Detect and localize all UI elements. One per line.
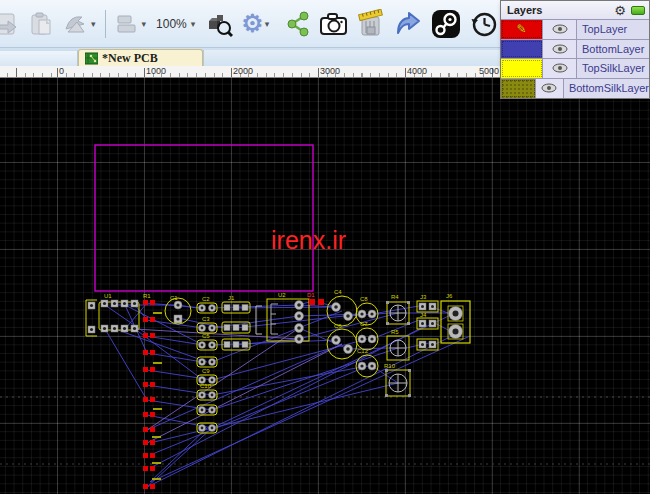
- export-icon[interactable]: [389, 7, 427, 41]
- layer-name: TopSilkLayer: [577, 59, 649, 78]
- layer-name: BottomSilkLayer: [564, 79, 649, 99]
- chevron-down-icon: ▾: [91, 19, 96, 29]
- component-d1[interactable]: [309, 299, 324, 305]
- refdes: R5: [391, 329, 399, 335]
- refdes: C4: [334, 289, 342, 295]
- layer-visibility-toggle[interactable]: [543, 40, 577, 59]
- layer-row-topsilklayer[interactable]: TopSilkLayer: [501, 59, 649, 79]
- layer-visibility-toggle[interactable]: [536, 79, 564, 99]
- ratsnest-lines: [105, 302, 470, 487]
- tabbar-lead: [0, 50, 78, 66]
- refdes: C7: [360, 321, 368, 327]
- refdes: R1: [143, 293, 151, 299]
- layers-settings-gear-icon[interactable]: ⚙: [614, 4, 626, 17]
- settings-gear-icon[interactable]: ⚙ ▾: [237, 7, 273, 41]
- layers-panel-title: Layers: [501, 4, 614, 16]
- camera-snapshot-icon[interactable]: [315, 7, 353, 41]
- share-icon[interactable]: [281, 7, 315, 41]
- watermark-text: irenx.ir: [271, 226, 346, 255]
- refdes: J1: [228, 295, 235, 301]
- ruler-label: 1000: [146, 66, 166, 76]
- eye-icon: [552, 44, 568, 54]
- refdes: C1: [170, 295, 178, 301]
- refdes: C6: [334, 323, 342, 329]
- component-r1-header[interactable]: [143, 300, 155, 489]
- layer-visibility-toggle[interactable]: [543, 59, 577, 78]
- refdes: C5: [202, 333, 210, 339]
- ruler-label: 3000: [320, 66, 340, 76]
- component-left-connector[interactable]: [86, 300, 97, 336]
- refdes: D1: [307, 292, 315, 298]
- component-c1[interactable]: [165, 298, 191, 324]
- eye-icon: [552, 24, 568, 34]
- layer-row-bottomsilklayer[interactable]: BottomSilkLayer: [501, 79, 649, 99]
- eye-icon: [552, 63, 568, 73]
- refdes: C12: [357, 348, 369, 354]
- ruler-label: 0: [59, 66, 64, 76]
- refdes: R4: [391, 294, 399, 300]
- refdes: C2: [202, 296, 210, 302]
- history-icon[interactable]: [465, 7, 503, 41]
- 3d-preview-icon[interactable]: [201, 7, 237, 41]
- refdes: U1: [104, 293, 112, 299]
- refdes: C8: [360, 296, 368, 302]
- refdes: C10: [200, 383, 212, 389]
- refdes: C3: [202, 316, 210, 322]
- component-column-3pad[interactable]: [222, 302, 250, 350]
- active-layer-pencil-icon: ✎: [516, 23, 526, 35]
- component-r5[interactable]: [387, 336, 409, 360]
- layer-color-swatch[interactable]: [501, 40, 543, 59]
- component-j3[interactable]: [417, 301, 438, 312]
- import-document-icon[interactable]: [0, 7, 25, 41]
- layer-color-swatch[interactable]: [501, 59, 543, 78]
- layer-row-bottomlayer[interactable]: BottomLayer: [501, 40, 649, 60]
- chevron-down-icon: ▾: [265, 19, 270, 29]
- refdes: C9: [202, 368, 210, 374]
- gear-icon: ⚙: [241, 11, 263, 36]
- ruler-label: 2000: [233, 66, 253, 76]
- refdes: J3: [420, 294, 427, 300]
- clipboard-paste-icon[interactable]: [25, 7, 59, 41]
- ruler-label: 5000: [479, 66, 499, 76]
- refdes: R10: [384, 363, 396, 369]
- pcb-file-icon: [85, 52, 98, 65]
- layer-row-toplayer[interactable]: ✎ TopLayer: [501, 20, 649, 40]
- rotate-flip-icon[interactable]: ▾: [59, 7, 100, 41]
- layers-collapse-toggle-icon[interactable]: [631, 6, 645, 15]
- pcb-canvas[interactable]: U1 R1 C1 C2 C3 C5 C9 C10 J1 U2 D1 C4 C6 …: [0, 78, 650, 494]
- layer-color-swatch[interactable]: ✎: [501, 20, 543, 39]
- toolbar-separator: [105, 10, 106, 38]
- refdes: J4: [420, 312, 427, 318]
- align-icon[interactable]: ▾: [111, 7, 151, 41]
- chevron-down-icon: ▾: [191, 19, 196, 29]
- layer-color-swatch[interactable]: [501, 79, 536, 99]
- refdes: J6: [446, 293, 453, 299]
- chevron-down-icon: ▾: [142, 19, 147, 29]
- board-outline[interactable]: [95, 145, 313, 291]
- pcb-drawing: U1 R1 C1 C2 C3 C5 C9 C10 J1 U2 D1 C4 C6 …: [0, 78, 650, 494]
- component-r4[interactable]: [386, 301, 410, 325]
- layer-visibility-toggle[interactable]: [543, 20, 577, 39]
- layers-panel-header: Layers ⚙: [501, 1, 649, 20]
- tab-new-pcb[interactable]: *New PCB: [78, 49, 203, 66]
- ruler-label: 4000: [407, 66, 427, 76]
- eye-icon: [541, 83, 557, 93]
- tab-label: *New PCB: [102, 51, 158, 66]
- ruler-bom-icon[interactable]: [353, 7, 389, 41]
- layer-name: BottomLayer: [577, 40, 649, 59]
- pcb-editor-window: ▾ ▾ 100% ▾ ⚙ ▾: [0, 0, 650, 494]
- zoom-level-value: 100%: [156, 17, 187, 31]
- refdes: U2: [278, 292, 286, 298]
- steam-icon[interactable]: [427, 7, 465, 41]
- layer-name: TopLayer: [577, 20, 649, 39]
- component-j4[interactable]: [417, 318, 438, 329]
- component-j6[interactable]: [441, 301, 470, 343]
- layers-panel: Layers ⚙ ✎ TopLayer BottomLayer: [500, 0, 650, 99]
- zoom-level-dropdown[interactable]: 100% ▾: [150, 17, 201, 31]
